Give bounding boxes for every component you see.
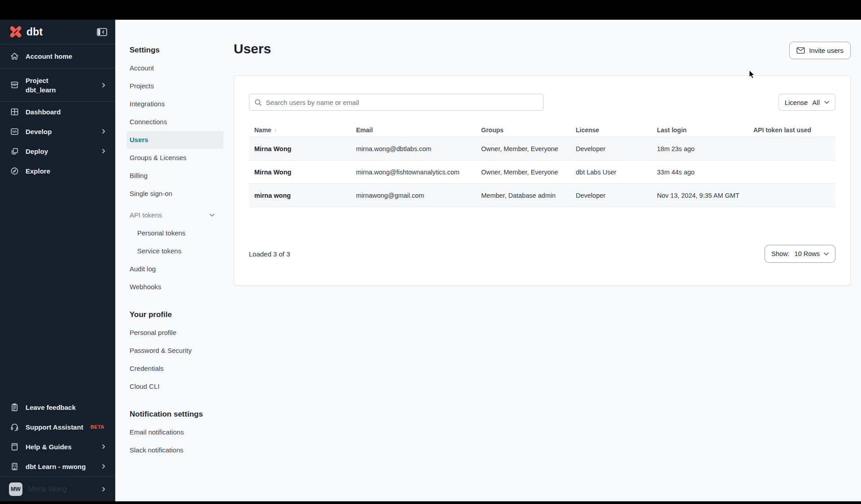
sidebar-header: dbt [0, 20, 115, 44]
invite-users-button[interactable]: Invite users [789, 42, 851, 59]
clipboard-icon [10, 403, 19, 412]
settings-nav-item-single-sign-on[interactable]: Single sign-on [130, 185, 234, 203]
cell-name: mirna wong [249, 192, 351, 199]
sidebar-item-label: Account home [26, 52, 72, 60]
users-card: License All Name↑ Email Groups License L… [234, 75, 851, 286]
settings-nav-item-projects[interactable]: Projects [130, 77, 234, 95]
chevron-right-icon [100, 463, 107, 470]
settings-nav-item-email-notifications[interactable]: Email notifications [130, 423, 234, 441]
table-footer: Loaded 3 of 3 Show: 10 Rows [249, 245, 835, 263]
settings-nav-item-audit-log[interactable]: Audit log [130, 260, 234, 278]
table-header-row: Name↑ Email Groups License Last login AP… [249, 123, 835, 137]
settings-nav-item-integrations[interactable]: Integrations [130, 95, 234, 113]
settings-nav-item-password-security[interactable]: Password & Security [130, 342, 234, 360]
project-name: dbt_learn [26, 86, 56, 94]
search-input[interactable] [249, 94, 543, 110]
cell-license: Developer [570, 192, 652, 199]
column-header-license[interactable]: License [570, 126, 652, 134]
sidebar-item-label: Project [26, 76, 56, 85]
settings-nav-item-api-tokens[interactable]: API tokens [130, 206, 215, 224]
cell-email: mirna.wong@fishtownanalytics.com [351, 169, 476, 176]
loaded-count-text: Loaded 3 of 3 [249, 250, 290, 258]
cell-last-login: Nov 13, 2024, 9:35 AM GMT [652, 192, 748, 199]
page-title: Users [234, 41, 271, 56]
settings-nav-item-personal-profile[interactable]: Personal profile [130, 324, 234, 342]
main-content: Users Invite users License All [233, 20, 861, 501]
search-box [249, 94, 544, 111]
license-filter-value: All [812, 99, 820, 106]
chevron-right-icon [100, 486, 107, 493]
column-header-last-login[interactable]: Last login [652, 126, 748, 134]
user-name: Mirna Wong [28, 485, 67, 493]
rows-per-page-dropdown[interactable]: Show: 10 Rows [765, 245, 835, 263]
dashboard-icon [10, 107, 19, 117]
sidebar-item-dbt-learn[interactable]: dbt Learn - mwong [0, 456, 115, 476]
sidebar-item-label: Dashboard [26, 108, 61, 116]
settings-nav-item-cloud-cli[interactable]: Cloud CLI [130, 378, 234, 395]
column-header-name[interactable]: Name↑ [249, 126, 351, 134]
column-header-label: Name [254, 126, 271, 134]
cell-groups: Owner, Member, Everyone [476, 145, 570, 152]
column-header-groups[interactable]: Groups [476, 126, 570, 134]
window-top-bar [0, 0, 861, 20]
table-row[interactable]: Mirna Wong mirna.wong@fishtownanalytics.… [249, 161, 835, 184]
envelope-icon [796, 47, 805, 54]
settings-nav-item-users[interactable]: Users [126, 131, 223, 149]
dbt-logo-icon [9, 25, 22, 39]
chevron-down-icon [824, 252, 829, 256]
settings-nav-item-groups-licenses[interactable]: Groups & Licenses [130, 149, 234, 167]
sidebar-item-explore[interactable]: Explore [0, 161, 115, 181]
sidebar-item-label: Explore [26, 167, 50, 175]
settings-nav-item-billing[interactable]: Billing [130, 167, 234, 185]
settings-nav-item-webhooks[interactable]: Webhooks [130, 278, 234, 296]
sidebar-item-dashboard[interactable]: Dashboard [0, 102, 115, 122]
chevron-right-icon [100, 148, 107, 155]
sidebar-item-help-guides[interactable]: Help & Guides [0, 437, 115, 456]
sidebar-item-leave-feedback[interactable]: Leave feedback [0, 397, 115, 417]
settings-nav-item-account[interactable]: Account [130, 59, 234, 77]
settings-nav-item-credentials[interactable]: Credentials [130, 360, 234, 378]
app-sidebar: dbt Account home Project dbt_learn [0, 20, 115, 501]
cell-email: mirnawong@gmail.com [351, 192, 476, 199]
settings-nav-item-slack-notifications[interactable]: Slack notifications [130, 441, 234, 459]
sidebar-item-label: Leave feedback [26, 404, 76, 411]
settings-nav-item-connections[interactable]: Connections [130, 113, 234, 131]
sidebar-item-label: Develop [26, 128, 52, 135]
settings-nav: Settings Account Projects Integrations C… [115, 20, 234, 459]
home-icon [10, 52, 19, 61]
table-row[interactable]: mirna wong mirnawong@gmail.com Member, D… [249, 184, 835, 207]
sort-ascending-icon: ↑ [274, 127, 277, 134]
collapse-sidebar-icon[interactable] [97, 28, 107, 36]
column-header-api-token-last-used[interactable]: API token last used [748, 126, 835, 134]
avatar: MW [9, 482, 22, 496]
building-icon [10, 462, 19, 471]
develop-icon [10, 127, 19, 136]
column-header-email[interactable]: Email [351, 126, 476, 134]
search-icon [254, 99, 262, 106]
license-filter-dropdown[interactable]: License All [778, 94, 835, 111]
sidebar-item-account-home[interactable]: Account home [0, 44, 115, 69]
table-row[interactable]: Mirna Wong mirna.wong@dbtlabs.com Owner,… [249, 137, 835, 161]
beta-badge: BETA [91, 424, 104, 430]
table-controls: License All [249, 94, 835, 111]
sidebar-item-develop[interactable]: Develop [0, 122, 115, 141]
license-filter-label: License [785, 99, 808, 106]
logo-text: dbt [26, 26, 43, 38]
cell-license: dbt Labs User [570, 169, 652, 176]
show-value: 10 Rows [795, 250, 820, 257]
cell-last-login: 18m 23s ago [652, 145, 748, 152]
sidebar-item-support-assistant[interactable]: Support Assistant BETA [0, 417, 115, 437]
sidebar-item-label: Deploy [26, 148, 48, 155]
dbt-logo: dbt [9, 25, 43, 39]
sidebar-item-deploy[interactable]: Deploy [0, 141, 115, 161]
deploy-icon [10, 147, 19, 156]
book-icon [10, 442, 19, 452]
chevron-right-icon [100, 128, 107, 135]
sidebar-user-menu[interactable]: MW Mirna Wong [0, 476, 115, 501]
settings-nav-item-service-tokens[interactable]: Service tokens [130, 242, 234, 260]
sidebar-item-label: Help & Guides [26, 443, 72, 451]
sidebar-item-project[interactable]: Project dbt_learn [0, 69, 115, 102]
cell-last-login: 33m 44s ago [652, 169, 748, 176]
headset-icon [10, 422, 19, 432]
settings-nav-item-personal-tokens[interactable]: Personal tokens [130, 224, 234, 242]
